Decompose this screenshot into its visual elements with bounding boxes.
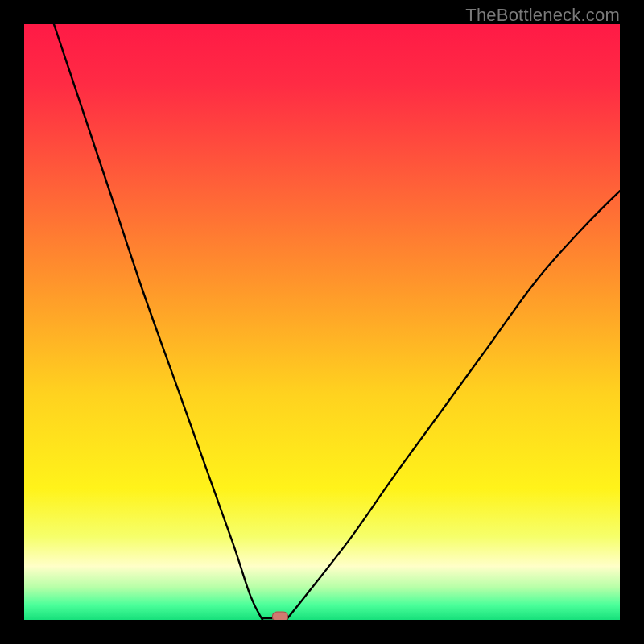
bottleneck-curve <box>24 24 620 620</box>
plot-area <box>24 24 620 620</box>
watermark-text: TheBottleneck.com <box>465 5 620 26</box>
chart-frame: TheBottleneck.com <box>0 0 644 644</box>
optimal-point-marker <box>272 612 288 621</box>
